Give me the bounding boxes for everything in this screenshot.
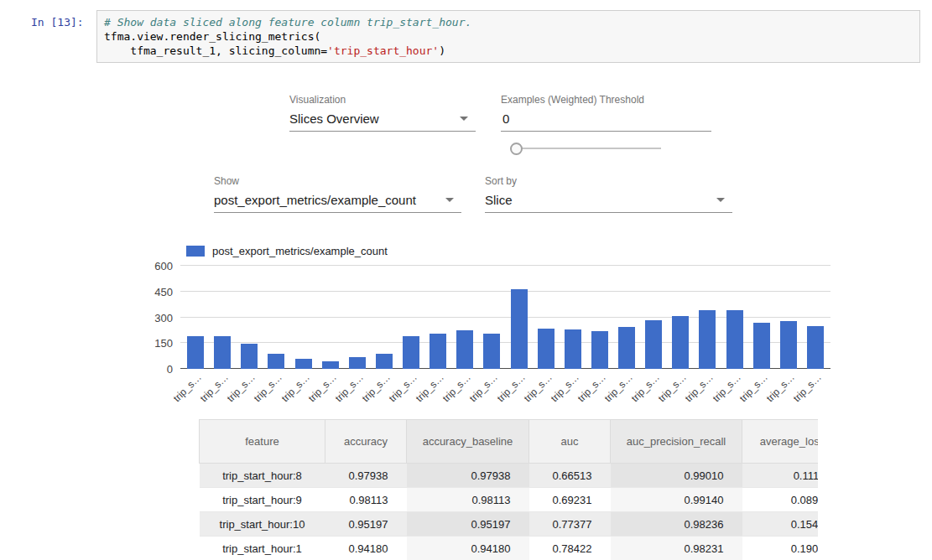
bar[interactable] (456, 330, 473, 369)
bar[interactable] (726, 310, 743, 369)
code-line: tfma.view.render_slicing_metrics( (104, 30, 320, 43)
feature-cell: trip_start_hour:1 (200, 537, 325, 560)
bar-slot: trip_s… (694, 266, 721, 369)
metric-cell: 0.95197 (407, 512, 529, 537)
bar-slot: trip_s… (290, 266, 317, 369)
bar[interactable] (322, 361, 339, 369)
bar[interactable] (403, 336, 419, 369)
bar-slot: trip_s… (263, 266, 289, 369)
dropdown-arrow-icon (716, 198, 725, 202)
metric-cell: 0.78422 (529, 537, 611, 560)
y-axis-label: 0 (167, 364, 173, 375)
table-header-row: featureaccuracyaccuracy_baselineaucauc_p… (200, 420, 819, 464)
slider-knob[interactable] (510, 143, 523, 155)
code-editor[interactable]: # Show data sliced along feature column … (96, 10, 920, 63)
metric-cell: 0.77377 (529, 512, 611, 537)
code-line: tfma_result_1, slicing_column= (104, 44, 327, 57)
metric-cell: 0.1111 (742, 464, 819, 488)
table-row[interactable]: trip_start_hour:80.979380.979380.665130.… (200, 464, 819, 488)
bar-slot: trip_s… (317, 266, 344, 369)
bar[interactable] (565, 329, 581, 369)
bar[interactable] (591, 331, 608, 369)
legend-label: post_export_metrics/example_count (212, 245, 388, 257)
slider-track[interactable] (515, 148, 661, 149)
column-header[interactable]: accuracy (325, 420, 407, 464)
bar[interactable] (295, 359, 312, 369)
column-header[interactable]: feature (200, 420, 325, 464)
metric-cell: 0.95197 (325, 512, 407, 537)
metric-cell: 0.1901 (742, 537, 819, 560)
metric-cell: 0.98231 (611, 537, 742, 560)
feature-cell: trip_start_hour:10 (200, 512, 325, 537)
bar[interactable] (430, 334, 446, 369)
bar[interactable] (511, 289, 528, 369)
threshold-slider[interactable] (510, 142, 661, 155)
sort-by-control: Sort by Slice (485, 175, 732, 213)
metric-cell: 0.99010 (611, 464, 742, 488)
bar[interactable] (268, 354, 284, 369)
bar-slot: trip_s… (236, 266, 263, 369)
threshold-control: Examples (Weighted) Threshold (501, 94, 711, 132)
visualization-value: Slices Overview (289, 111, 379, 126)
bar-slot: trip_s… (424, 266, 451, 369)
column-header[interactable]: auc (529, 420, 611, 464)
plot-area: trip_s…trip_s…trip_s…trip_s…trip_s…trip_… (180, 266, 830, 369)
column-header[interactable]: auc_precision_recall (611, 420, 742, 464)
bar-slot: trip_s… (533, 266, 560, 369)
table-body: trip_start_hour:80.979380.979380.665130.… (200, 464, 819, 560)
threshold-label: Examples (Weighted) Threshold (501, 94, 711, 106)
show-label: Show (214, 175, 461, 187)
y-axis: 0150300450600 (130, 266, 180, 369)
bar[interactable] (699, 310, 716, 369)
metric-cell: 0.94180 (407, 537, 529, 560)
bar[interactable] (241, 344, 258, 369)
bar-slot: trip_s… (560, 266, 586, 369)
bar[interactable] (807, 326, 824, 369)
notebook-cell: In [13]: # Show data sliced along featur… (31, 10, 920, 63)
visualization-control: Visualization Slices Overview (289, 94, 476, 132)
table-row[interactable]: trip_start_hour:100.951970.951970.773770… (200, 512, 819, 537)
bar-slot: trip_s… (586, 266, 613, 369)
bar-slot: trip_s… (667, 266, 694, 369)
bar-slot: trip_s… (478, 266, 505, 369)
bar[interactable] (672, 316, 689, 369)
metric-cell: 0.99140 (611, 488, 742, 512)
bar-slot: trip_s… (344, 266, 371, 369)
threshold-input-row (501, 111, 711, 132)
y-axis-label: 450 (154, 286, 173, 297)
bar[interactable] (538, 329, 555, 369)
metric-cell: 0.66513 (529, 464, 611, 488)
code-line: ) (439, 44, 445, 57)
visualization-dropdown[interactable]: Slices Overview (289, 111, 476, 132)
bar[interactable] (483, 334, 500, 369)
bar-slot: trip_s… (613, 266, 640, 369)
dropdown-arrow-icon (460, 117, 468, 121)
column-header[interactable]: accuracy_baseline (407, 420, 529, 464)
bar[interactable] (349, 357, 366, 369)
table-row[interactable]: trip_start_hour:10.941800.941800.784220.… (200, 537, 819, 560)
chart-legend: post_export_metrics/example_count (186, 245, 388, 257)
show-dropdown[interactable]: post_export_metrics/example_count (214, 193, 461, 213)
bar-chart: 0150300450600 trip_s…trip_s…trip_s…trip_… (130, 266, 830, 369)
show-value: post_export_metrics/example_count (214, 193, 416, 207)
code-string: 'trip_start_hour' (327, 44, 439, 57)
metric-cell: 0.97938 (325, 464, 407, 488)
bar[interactable] (187, 336, 204, 369)
bar[interactable] (376, 354, 393, 369)
bar[interactable] (645, 320, 662, 369)
threshold-input[interactable] (501, 111, 713, 131)
bar-slot: trip_s… (640, 266, 667, 369)
bar-slot: trip_s… (802, 266, 829, 369)
table-row[interactable]: trip_start_hour:90.981130.981130.692310.… (200, 488, 819, 512)
sort-by-label: Sort by (485, 175, 732, 187)
metric-cell: 0.98236 (611, 512, 742, 537)
column-header[interactable]: average_loss (742, 420, 819, 464)
bar[interactable] (780, 321, 797, 369)
bar[interactable] (618, 327, 635, 369)
sort-by-dropdown[interactable]: Slice (485, 193, 732, 213)
metrics-table: featureaccuracyaccuracy_baselineaucauc_p… (199, 419, 818, 560)
dropdown-arrow-icon (445, 198, 454, 202)
code-comment: # Show data sliced along feature column … (104, 16, 471, 29)
bar[interactable] (753, 323, 770, 369)
bar[interactable] (214, 336, 231, 369)
